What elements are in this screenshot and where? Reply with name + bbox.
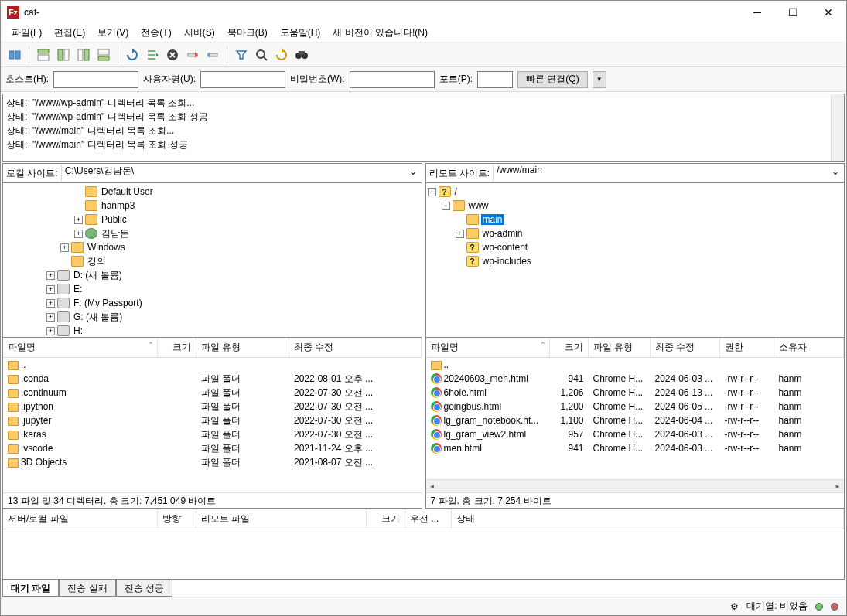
list-item[interactable]: lg_gram_notebook.ht...1,100Chrome H...20… <box>426 414 845 427</box>
site-manager-button[interactable] <box>5 46 24 64</box>
expand-toggle[interactable]: + <box>46 327 55 335</box>
header-name[interactable]: 파일명 <box>3 338 158 357</box>
tree-node[interactable]: hanmp3 <box>5 199 420 213</box>
header-size[interactable]: 크기 <box>158 338 196 357</box>
expand-toggle[interactable]: + <box>74 216 83 224</box>
quick-connect-button[interactable]: 빠른 연결(Q) <box>517 71 588 88</box>
menu-item[interactable]: 새 버전이 있습니다!(N) <box>326 24 434 42</box>
queue-header-remote[interactable]: 리모트 파일 <box>196 509 367 529</box>
list-item[interactable]: 6hole.html1,206Chrome H...2024-06-13 ...… <box>426 386 845 400</box>
compare-button[interactable] <box>272 46 291 64</box>
expand-toggle[interactable]: + <box>74 230 83 238</box>
toggle-local-tree-button[interactable] <box>54 46 73 64</box>
list-item[interactable]: 3D Objects파일 폴더2021-08-07 오전 ... <box>3 455 422 469</box>
expand-toggle[interactable]: − <box>442 202 450 210</box>
header-size[interactable]: 크기 <box>550 338 589 357</box>
queue-tab[interactable]: 대기 파일 <box>2 580 59 597</box>
search-button[interactable] <box>252 46 271 64</box>
list-item[interactable]: 20240603_men.html941Chrome H...2024-06-0… <box>426 372 845 386</box>
header-type[interactable]: 파일 유형 <box>196 338 289 357</box>
expand-toggle[interactable]: + <box>46 285 55 294</box>
transfer-queue[interactable]: 서버/로컬 파일 방향 리모트 파일 크기 우선 ... 상태 <box>2 509 845 580</box>
username-input[interactable] <box>200 71 285 88</box>
tree-node[interactable]: 강의 <box>5 254 420 268</box>
list-item[interactable]: .keras파일 폴더2022-07-30 오전 ... <box>3 427 422 441</box>
local-file-list[interactable]: 파일명 크기 파일 유형 최종 수정 ...conda파일 폴더2022-08-… <box>3 338 422 492</box>
header-type[interactable]: 파일 유형 <box>589 338 651 357</box>
expand-toggle[interactable]: + <box>46 313 55 322</box>
list-item[interactable]: .. <box>426 358 845 372</box>
list-item[interactable]: .vscode파일 폴더2021-11-24 오후 ... <box>3 441 422 455</box>
header-owner[interactable]: 소유자 <box>774 338 845 357</box>
queue-tab[interactable]: 전송 성공 <box>116 580 172 597</box>
expand-toggle[interactable]: + <box>456 230 464 238</box>
scrollbar[interactable] <box>426 479 845 492</box>
filter-button[interactable] <box>232 46 251 64</box>
expand-toggle[interactable]: + <box>60 243 69 252</box>
expand-toggle[interactable]: + <box>46 271 55 280</box>
menu-item[interactable]: 전송(T) <box>135 24 177 42</box>
queue-header-dir[interactable]: 방향 <box>158 509 196 529</box>
reconnect-button[interactable] <box>203 46 222 64</box>
tree-node[interactable]: +D: (새 볼륨) <box>5 268 420 282</box>
queue-header-status[interactable]: 상태 <box>452 509 844 529</box>
toggle-log-button[interactable] <box>34 46 53 64</box>
close-button[interactable]: ✕ <box>811 1 846 24</box>
list-item[interactable]: lg_gram_view2.html957Chrome H...2024-06-… <box>426 427 845 441</box>
list-item[interactable]: .jupyter파일 폴더2022-07-30 오전 ... <box>3 414 422 427</box>
expand-toggle[interactable]: + <box>46 299 55 308</box>
tree-node[interactable]: +wp-admin <box>428 226 843 240</box>
tree-node[interactable]: +F: (My Passport) <box>5 296 420 310</box>
header-name[interactable]: 파일명 <box>426 338 550 357</box>
gear-icon[interactable]: ⚙ <box>730 601 739 612</box>
menu-item[interactable]: 도움말(H) <box>274 24 327 42</box>
menu-item[interactable]: 보기(V) <box>91 24 135 42</box>
queue-header-prio[interactable]: 우선 ... <box>405 509 452 529</box>
host-input[interactable] <box>53 71 138 88</box>
process-queue-button[interactable] <box>143 46 162 64</box>
header-modified[interactable]: 최종 수정 <box>651 338 720 357</box>
toggle-remote-tree-button[interactable] <box>74 46 93 64</box>
tree-node[interactable]: −www <box>428 199 843 213</box>
list-item[interactable]: .. <box>3 358 422 372</box>
toggle-queue-button[interactable] <box>94 46 113 64</box>
menu-item[interactable]: 서버(S) <box>178 24 221 42</box>
binoculars-icon[interactable] <box>292 46 311 64</box>
header-perm[interactable]: 권한 <box>720 338 774 357</box>
tree-node[interactable]: main <box>428 213 843 226</box>
disconnect-button[interactable] <box>183 46 202 64</box>
cancel-button[interactable] <box>163 46 182 64</box>
expand-toggle[interactable]: − <box>428 188 436 196</box>
local-path-combo[interactable]: C:\Users\김남돈\ <box>61 165 422 182</box>
tree-node[interactable]: ?wp-content <box>428 240 843 254</box>
tree-node[interactable]: +Public <box>5 213 420 226</box>
list-item[interactable]: .ipython파일 폴더2022-07-30 오전 ... <box>3 400 422 414</box>
remote-file-list[interactable]: 파일명 크기 파일 유형 최종 수정 권한 소유자 ..20240603_men… <box>426 338 845 479</box>
queue-header-size[interactable]: 크기 <box>367 509 405 529</box>
password-input[interactable] <box>350 71 435 88</box>
scrollbar[interactable] <box>831 94 844 161</box>
tree-node[interactable]: +김남돈 <box>5 226 420 240</box>
tree-node[interactable]: −?/ <box>428 185 843 199</box>
port-input[interactable] <box>477 71 513 88</box>
remote-tree[interactable]: −?/−wwwmain+wp-admin?wp-content?wp-inclu… <box>425 183 845 338</box>
list-item[interactable]: .continuum파일 폴더2022-07-30 오전 ... <box>3 386 422 400</box>
menu-item[interactable]: 편집(E) <box>48 24 91 42</box>
queue-header-local[interactable]: 서버/로컬 파일 <box>3 509 158 529</box>
list-item[interactable]: goingbus.html1,200Chrome H...2024-06-05 … <box>426 400 845 414</box>
minimize-button[interactable]: ─ <box>739 1 775 24</box>
remote-path-combo[interactable]: /www/main <box>493 165 844 182</box>
message-log[interactable]: 상태: "/www/wp-admin" 디렉터리 목록 조회...상태: "/w… <box>2 94 845 162</box>
tree-node[interactable]: Default User <box>5 185 420 199</box>
tree-node[interactable]: +E: <box>5 282 420 296</box>
tree-node[interactable]: ?wp-includes <box>428 254 843 268</box>
refresh-button[interactable] <box>123 46 142 64</box>
header-modified[interactable]: 최종 수정 <box>289 338 422 357</box>
tree-node[interactable]: +Windows <box>5 240 420 254</box>
local-tree[interactable]: Default Userhanmp3+Public+김남돈+Windows강의+… <box>2 183 422 338</box>
tree-node[interactable]: +H: <box>5 324 420 338</box>
quick-connect-dropdown[interactable]: ▼ <box>593 71 606 88</box>
menu-item[interactable]: 북마크(B) <box>221 24 274 42</box>
queue-tab[interactable]: 전송 실패 <box>59 580 115 597</box>
list-item[interactable]: .conda파일 폴더2022-08-01 오후 ... <box>3 372 422 386</box>
